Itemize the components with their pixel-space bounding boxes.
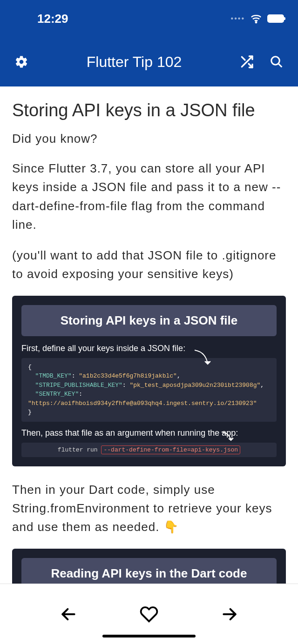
article-paragraph-3: Then in your Dart code, simply use Strin… [12, 480, 286, 537]
svg-point-4 [271, 57, 280, 65]
article-title: Storing API keys in a JSON file [12, 100, 286, 120]
home-indicator[interactable] [102, 635, 196, 637]
code-card-storing: Storing API keys in a JSON file First, d… [12, 296, 286, 466]
battery-icon [267, 14, 284, 23]
code-card-header: Storing API keys in a JSON file [21, 305, 277, 336]
shuffle-button[interactable] [238, 53, 255, 70]
code-card-text-2: Then, pass that file as an argument when… [21, 428, 277, 438]
gear-icon [14, 55, 28, 69]
article-paragraph-1: Since Flutter 3.7, you can store all you… [12, 159, 286, 234]
json-code-block: { "TMDB_KEY": "a1b2c33d4e5f6g7h8i9jakblc… [21, 358, 277, 422]
status-icons: •••• [231, 13, 284, 24]
arrow-right-icon [221, 605, 238, 623]
code-card-header-2: Reading API keys in the Dart code [21, 558, 277, 584]
arrow-left-icon [60, 605, 77, 623]
app-bar-title: Flutter Tip 102 [30, 53, 238, 71]
arrow-icon [221, 431, 235, 442]
nav-forward-button[interactable] [218, 603, 241, 626]
arrow-icon [193, 348, 211, 367]
code-card-text-1: First, define all your keys inside a JSO… [21, 344, 277, 353]
search-button[interactable] [268, 53, 285, 70]
svg-line-3 [242, 57, 245, 60]
search-icon [270, 55, 284, 69]
svg-point-0 [256, 22, 257, 23]
shuffle-icon [239, 54, 254, 69]
article-subtitle: Did you know? [12, 132, 286, 146]
cellular-icon: •••• [231, 14, 245, 23]
wifi-icon [251, 13, 262, 24]
article-content[interactable]: Storing API keys in a JSON file Did you … [0, 86, 298, 584]
nav-back-button[interactable] [57, 603, 80, 626]
status-time: 12:29 [37, 12, 68, 26]
svg-line-5 [278, 64, 282, 67]
code-card-reading: Reading API keys in the Dart code const … [12, 549, 286, 584]
nav-favorite-button[interactable] [137, 603, 161, 626]
command-block: flutter run --dart-define-from-file=api-… [21, 443, 277, 457]
article-paragraph-2: (you'll want to add that JSON file to .g… [12, 246, 286, 284]
status-bar: 12:29 •••• [0, 0, 298, 37]
heart-icon [140, 605, 158, 624]
app-bar: Flutter Tip 102 [0, 37, 298, 86]
settings-button[interactable] [13, 53, 30, 70]
